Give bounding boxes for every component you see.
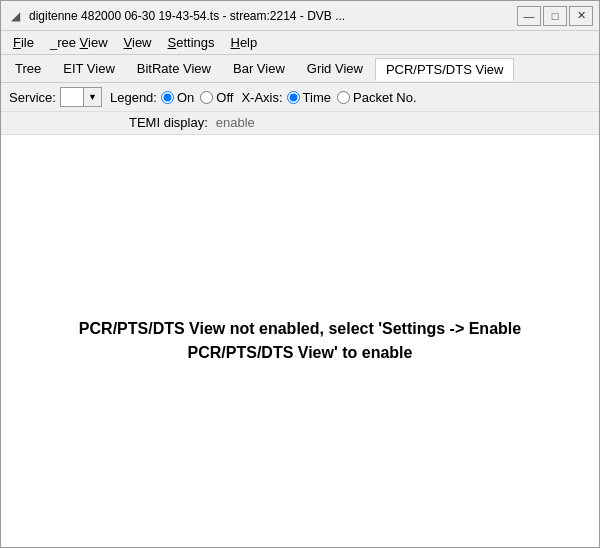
tab-bar-view[interactable]: Bar View [223,58,295,79]
main-content: PCR/PTS/DTS View not enabled, select 'Se… [1,135,599,547]
tab-tree[interactable]: Tree [5,58,51,79]
tab-bitrate-view-label: BitRate View [137,61,211,76]
close-button[interactable]: ✕ [569,6,593,26]
tab-bar-view-label: Bar View [233,61,285,76]
tab-pcr-pts-dts-view-label: PCR/PTS/DTS View [386,62,504,77]
controls-bar: Service: ▼ Legend: On Off X-Axis: [1,83,599,112]
main-window: ◢ digitenne 482000 06-30 19-43-54.ts - s… [0,0,600,548]
title-bar: ◢ digitenne 482000 06-30 19-43-54.ts - s… [1,1,599,31]
tab-grid-view[interactable]: Grid View [297,58,373,79]
main-message: PCR/PTS/DTS View not enabled, select 'Se… [79,317,521,365]
xaxis-time-option[interactable]: Time [287,90,331,105]
window-title: digitenne 482000 06-30 19-43-54.ts - str… [29,9,517,23]
legend-on-radio[interactable] [161,91,174,104]
xaxis-time-radio[interactable] [287,91,300,104]
menu-bar: File _ree View View Settings Help [1,31,599,55]
menu-help[interactable]: Help [223,33,266,52]
legend-on-label: On [177,90,194,105]
legend-group: Legend: On Off [110,90,233,105]
temi-label: TEMI display: [129,115,208,130]
menu-view-label: View [124,35,152,50]
service-select-wrapper: ▼ [60,87,102,107]
temi-bar: TEMI display: enable [1,112,599,135]
tab-grid-view-label: Grid View [307,61,363,76]
main-message-line2: PCR/PTS/DTS View' to enable [188,344,413,361]
xaxis-packet-option[interactable]: Packet No. [337,90,417,105]
legend-off-option[interactable]: Off [200,90,233,105]
main-message-line1: PCR/PTS/DTS View not enabled, select 'Se… [79,320,521,337]
minimize-button[interactable]: — [517,6,541,26]
tab-eit-view[interactable]: EIT View [53,58,125,79]
legend-label: Legend: [110,90,157,105]
xaxis-label: X-Axis: [241,90,282,105]
tab-tree-label: Tree [15,61,41,76]
menu-file[interactable]: File [5,33,42,52]
xaxis-time-label: Time [303,90,331,105]
menu-tree-view-label: _ree View [50,35,108,50]
xaxis-group: X-Axis: Time Packet No. [241,90,416,105]
xaxis-radio-group: Time Packet No. [287,90,417,105]
tab-eit-view-label: EIT View [63,61,115,76]
legend-on-option[interactable]: On [161,90,194,105]
menu-help-label: Help [231,35,258,50]
legend-radio-group: On Off [161,90,233,105]
menu-file-label: File [13,35,34,50]
tab-bitrate-view[interactable]: BitRate View [127,58,221,79]
legend-off-label: Off [216,90,233,105]
service-select[interactable] [60,87,84,107]
menu-view[interactable]: View [116,33,160,52]
menu-settings[interactable]: Settings [160,33,223,52]
menu-settings-label: Settings [168,35,215,50]
app-icon: ◢ [7,8,23,24]
service-dropdown-arrow[interactable]: ▼ [84,87,102,107]
window-controls: — □ ✕ [517,6,593,26]
tab-pcr-pts-dts-view[interactable]: PCR/PTS/DTS View [375,58,515,81]
service-label: Service: [9,90,56,105]
service-group: Service: ▼ [9,87,102,107]
maximize-button[interactable]: □ [543,6,567,26]
xaxis-packet-radio[interactable] [337,91,350,104]
tab-bar: Tree EIT View BitRate View Bar View Grid… [1,55,599,83]
legend-off-radio[interactable] [200,91,213,104]
temi-value: enable [216,115,255,130]
xaxis-packet-label: Packet No. [353,90,417,105]
menu-tree-view[interactable]: _ree View [42,33,116,52]
